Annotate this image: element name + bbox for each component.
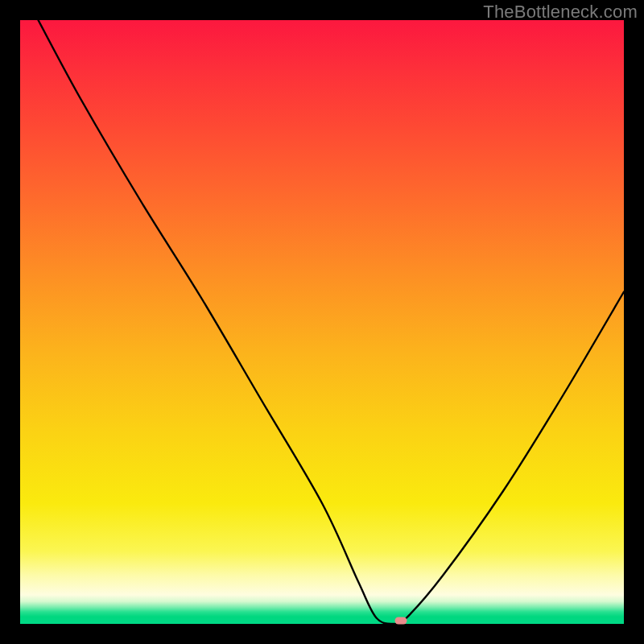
chart-frame: TheBottleneck.com <box>0 0 644 644</box>
plot-area <box>20 20 624 624</box>
bottleneck-curve <box>20 20 624 624</box>
curve-path <box>39 20 625 624</box>
optimal-marker <box>394 617 407 625</box>
